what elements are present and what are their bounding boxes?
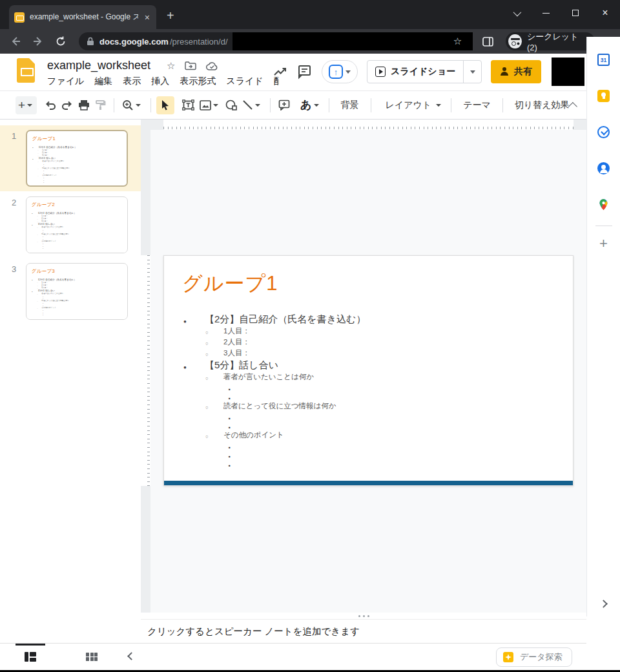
- url-host: docs.google.com: [99, 37, 169, 47]
- share-button[interactable]: 共有: [491, 60, 541, 83]
- insert-line-button[interactable]: [240, 96, 265, 114]
- move-folder-icon[interactable]: [185, 61, 196, 70]
- slideshow-options-button[interactable]: [463, 60, 481, 83]
- browser-tab-strip: example_worksheet - Google スラ × + ×: [0, 0, 620, 29]
- paint-format-button[interactable]: [92, 96, 108, 114]
- url-path: /presentation/d/: [170, 37, 228, 47]
- grid-view-button[interactable]: [86, 653, 98, 661]
- slides-logo-icon[interactable]: [17, 58, 35, 83]
- insert-image-button[interactable]: [197, 96, 223, 114]
- layout-button[interactable]: レイアウト: [377, 96, 446, 114]
- side-panel-button[interactable]: [479, 32, 497, 50]
- menu-format[interactable]: 表示形式: [174, 74, 221, 89]
- tab-title: example_worksheet - Google スラ: [30, 12, 138, 23]
- menu-edit[interactable]: 編集: [89, 74, 118, 89]
- transition-button[interactable]: 切り替え効果: [508, 97, 576, 114]
- browser-tab[interactable]: example_worksheet - Google スラ ×: [9, 5, 156, 29]
- chevron-down-icon: [255, 104, 260, 107]
- side-panel-rail: 31 +: [586, 37, 620, 616]
- menu-insert[interactable]: 挿入: [146, 74, 174, 89]
- undo-button[interactable]: [42, 96, 59, 114]
- text-format-glyph: あ: [300, 98, 311, 112]
- new-slide-button[interactable]: +: [16, 96, 37, 114]
- print-button[interactable]: [76, 96, 92, 114]
- redo-button[interactable]: [59, 96, 76, 114]
- keep-icon[interactable]: [597, 90, 610, 102]
- active-view-indicator: [16, 644, 45, 646]
- chevron-down-icon: [314, 104, 319, 107]
- menu-slide[interactable]: スライド: [221, 74, 268, 89]
- slideshow-button[interactable]: スライドショー: [367, 66, 463, 78]
- present-to-meeting-button[interactable]: ↑: [322, 60, 358, 83]
- chevron-down-icon: [136, 104, 141, 107]
- url-bar[interactable]: docs.google.com/presentation/d/ ☆: [79, 32, 468, 50]
- speaker-notes-panel[interactable]: クリックするとスピーカー ノートを追加できます: [141, 619, 586, 643]
- present-arrow-icon: ↑: [329, 65, 343, 79]
- hide-side-panel-chevron[interactable]: [599, 600, 608, 608]
- comment-history-icon[interactable]: [297, 64, 313, 79]
- insert-shape-button[interactable]: [223, 96, 240, 114]
- slide-title[interactable]: グループ1: [182, 270, 278, 297]
- bullet-level-3: [164, 459, 566, 468]
- slide-number: 2: [12, 196, 22, 207]
- theme-button[interactable]: テーマ: [457, 97, 497, 114]
- slide-thumbnail[interactable]: グループ3 【2分】自己紹介（氏名を書き込む）1人目：2人目：3人目：【5分】話…: [26, 263, 128, 320]
- insert-comment-button[interactable]: [276, 96, 293, 114]
- horizontal-ruler: [150, 120, 586, 130]
- redacted-account-avatar: [552, 58, 584, 86]
- tab-close-icon[interactable]: ×: [143, 13, 151, 22]
- select-tool-button[interactable]: [156, 96, 174, 114]
- thumb-slide-bullets: 【2分】自己紹介（氏名を書き込む）1人目：2人目：3人目：【5分】話し合い著者が…: [27, 278, 125, 315]
- slide-thumbnail[interactable]: グループ1 【2分】自己紹介（氏名を書き込む）1人目：2人目：3人目：【5分】話…: [26, 130, 128, 187]
- back-button[interactable]: [6, 32, 25, 50]
- minimize-button[interactable]: [531, 0, 561, 26]
- slide-canvas[interactable]: グループ1 【2分】自己紹介（氏名を書き込む）1人目：2人目：3人目：【5分】話…: [141, 120, 586, 613]
- maps-icon[interactable]: [597, 198, 610, 211]
- background-button[interactable]: 背景: [335, 97, 366, 114]
- slide-thumbnail[interactable]: グループ2 【2分】自己紹介（氏名を書き込む）1人目：2人目：3人目：【5分】話…: [26, 196, 128, 253]
- bookmark-star-icon[interactable]: ☆: [453, 36, 462, 47]
- window-controls: ×: [501, 0, 620, 26]
- filmstrip-view-button[interactable]: [25, 652, 36, 662]
- forward-button[interactable]: [29, 32, 47, 50]
- slide-thumbnail-row[interactable]: 1 グループ1 【2分】自己紹介（氏名を書き込む）1人目：2人目：3人目：【5分…: [0, 125, 141, 191]
- chevron-down-icon: [436, 104, 441, 107]
- slide-thumbnail-row[interactable]: 2 グループ2 【2分】自己紹介（氏名を書き込む）1人目：2人目：3人目：【5分…: [0, 192, 141, 258]
- collapse-filmstrip-chevron[interactable]: [127, 652, 136, 660]
- cloud-saved-icon[interactable]: [206, 62, 218, 70]
- bullet-level-2: 著者が言いたいことは何か: [164, 372, 566, 383]
- get-addons-button[interactable]: +: [599, 237, 608, 250]
- slide-thumbnail-row[interactable]: 3 グループ3 【2分】自己紹介（氏名を書き込む）1人目：2人目：3人目：【5分…: [0, 258, 141, 324]
- tab-search-button[interactable]: [501, 0, 531, 26]
- menu-view[interactable]: 表示: [118, 74, 146, 89]
- layout-label: レイアウト: [379, 97, 435, 114]
- bullet-level-3: [164, 383, 566, 392]
- thumb-accent-bar: [27, 319, 127, 320]
- header-actions: ↑ スライドショー 共有: [279, 55, 584, 89]
- maximize-button[interactable]: [561, 0, 590, 26]
- text-box-tool-button[interactable]: [180, 96, 197, 114]
- menu-file[interactable]: ファイル: [42, 74, 89, 89]
- incognito-badge: シークレット (2): [506, 32, 595, 50]
- contacts-icon[interactable]: [597, 162, 610, 174]
- activity-trend-icon[interactable]: [273, 64, 288, 79]
- slide-bullets[interactable]: 【2分】自己紹介（氏名を書き込む）1人目：2人目：3人目：【5分】話し合い著者が…: [164, 313, 566, 468]
- chevron-down-icon: [213, 104, 218, 107]
- text-format-button[interactable]: あ: [298, 96, 323, 114]
- close-window-button[interactable]: ×: [590, 0, 620, 26]
- new-tab-button[interactable]: +: [167, 8, 174, 23]
- redacted-url-segment: [232, 32, 473, 50]
- slide-editor-page[interactable]: グループ1 【2分】自己紹介（氏名を書き込む）1人目：2人目：3人目：【5分】話…: [163, 255, 574, 486]
- document-title[interactable]: example_worksheet: [47, 59, 150, 72]
- calendar-icon[interactable]: 31: [597, 54, 610, 66]
- thumb-slide-title: グループ2: [32, 201, 55, 207]
- explore-button[interactable]: データ探索: [496, 647, 572, 667]
- tasks-icon[interactable]: [597, 126, 610, 138]
- notes-resize-handle[interactable]: [141, 613, 586, 619]
- thumb-slide-bullets: 【2分】自己紹介（氏名を書き込む）1人目：2人目：3人目：【5分】話し合い著者が…: [27, 211, 125, 249]
- lock-icon: [87, 37, 94, 46]
- star-document-icon[interactable]: ☆: [167, 60, 175, 72]
- reload-button[interactable]: [52, 32, 70, 50]
- zoom-button[interactable]: [119, 96, 145, 114]
- explore-label: データ探索: [520, 651, 563, 663]
